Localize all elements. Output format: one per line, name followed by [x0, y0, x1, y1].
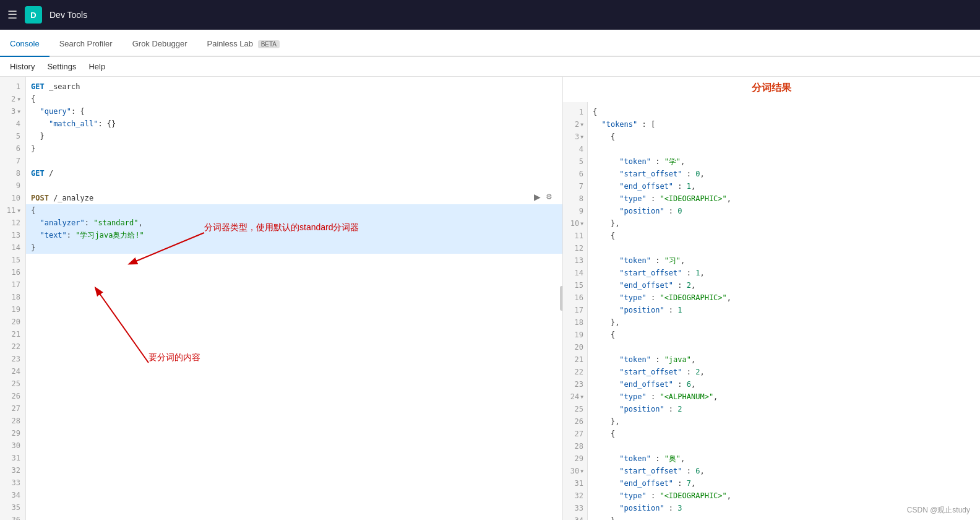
- rln-23: 23: [563, 378, 587, 391]
- rcl-23: "end_offset" : 6,: [588, 378, 980, 391]
- ln-6: 6: [0, 142, 25, 155]
- ln-29: 29: [0, 427, 25, 439]
- rln-29: 29: [563, 452, 587, 465]
- result-content[interactable]: 1 2 3 4 5 6 7 8 9 10 11 12 13 14 15 16 1: [563, 100, 980, 520]
- line-toolbar: ▶ ⚙: [534, 192, 552, 202]
- rcl-20: [588, 341, 980, 353]
- tab-search-profiler[interactable]: Search Profiler: [49, 32, 123, 57]
- rcl-13: "token" : "习",: [588, 254, 980, 267]
- tab-grok-debugger[interactable]: Grok Debugger: [123, 32, 197, 57]
- result-pane: 分词结果 1 2 3 4 5 6 7 8 9 10 11 12 13: [563, 77, 980, 520]
- code-line-32: [26, 464, 562, 477]
- code-line-10: POST /_analyze: [26, 192, 562, 204]
- ln-25: 25: [0, 378, 25, 390]
- history-link[interactable]: History: [10, 62, 35, 71]
- code-line-16: [26, 266, 562, 279]
- result-code: { "tokens" : [ { "token" : "学", "start_o…: [588, 102, 980, 520]
- rcl-16: "type" : "<IDEOGRAPHIC>",: [588, 292, 980, 304]
- tab-bar: Console Search Profiler Grok Debugger Pa…: [0, 30, 980, 57]
- code-line-13: "text": "学习java奥力给!": [26, 229, 562, 241]
- beta-badge: BETA: [258, 40, 280, 48]
- code-line-19: [26, 303, 562, 316]
- pane-divider[interactable]: ‖: [560, 286, 563, 311]
- result-line-numbers: 1 2 3 4 5 6 7 8 9 10 11 12 13 14 15 16 1: [563, 102, 588, 520]
- rln-7: 7: [563, 180, 587, 192]
- hamburger-icon[interactable]: ☰: [7, 8, 17, 22]
- rln-16: 16: [563, 292, 587, 304]
- copy-button[interactable]: ⚙: [546, 192, 552, 201]
- rln-30: 30: [563, 465, 587, 477]
- rcl-4: [588, 143, 980, 155]
- ln-19: 19: [0, 303, 25, 316]
- rcl-25: "position" : 2: [588, 403, 980, 415]
- top-bar: ☰ D Dev Tools: [0, 0, 980, 30]
- rln-6: 6: [563, 168, 587, 180]
- code-line-25: [26, 378, 562, 390]
- rcl-21: "token" : "java",: [588, 353, 980, 366]
- ln-17: 17: [0, 279, 25, 291]
- code-line-18: [26, 291, 562, 303]
- code-line-29: [26, 427, 562, 439]
- code-line-35: [26, 501, 562, 514]
- ln-7: 7: [0, 155, 25, 167]
- code-line-30: [26, 439, 562, 452]
- code-line-34: [26, 489, 562, 501]
- rcl-10: },: [588, 217, 980, 230]
- rcl-3: {: [588, 131, 980, 143]
- ln-8: 8: [0, 167, 25, 179]
- ln-4: 4: [0, 118, 25, 130]
- rln-25: 25: [563, 403, 587, 415]
- help-link[interactable]: Help: [88, 62, 105, 71]
- rcl-17: "position" : 1: [588, 304, 980, 316]
- rln-31: 31: [563, 477, 587, 490]
- ln-24: 24: [0, 365, 25, 378]
- tab-console[interactable]: Console: [0, 32, 49, 57]
- rln-1: 1: [563, 106, 587, 118]
- code-line-27: [26, 402, 562, 415]
- rln-24: 24: [563, 391, 587, 403]
- settings-link[interactable]: Settings: [47, 62, 76, 71]
- ln-32: 32: [0, 464, 25, 477]
- dev-logo: D: [25, 6, 42, 24]
- rln-10: 10: [563, 217, 587, 230]
- code-line-26: [26, 390, 562, 402]
- rln-20: 20: [563, 341, 587, 353]
- ln-12: 12: [0, 217, 25, 229]
- rcl-28: [588, 440, 980, 452]
- rln-18: 18: [563, 316, 587, 329]
- ln-18: 18: [0, 291, 25, 303]
- ln-15: 15: [0, 254, 25, 266]
- code-line-11: {: [26, 204, 562, 217]
- code-line-6: }: [26, 142, 562, 155]
- rln-17: 17: [563, 304, 587, 316]
- code-line-17: [26, 279, 562, 291]
- code-line-33: [26, 477, 562, 489]
- result-lines: 1 2 3 4 5 6 7 8 9 10 11 12 13 14 15 16 1: [563, 102, 980, 520]
- rcl-18: },: [588, 316, 980, 329]
- ln-10: 10: [0, 192, 25, 204]
- rcl-6: "start_offset" : 0,: [588, 168, 980, 180]
- rcl-9: "position" : 0: [588, 205, 980, 217]
- run-button[interactable]: ▶: [534, 192, 541, 202]
- rln-34: 34: [563, 514, 587, 520]
- editor-lines[interactable]: 1 2 3 4 5 6 7 8 9 10 11 12 13 14 15 16 1…: [0, 77, 562, 520]
- sub-bar: History Settings Help: [0, 57, 980, 77]
- rln-5: 5: [563, 155, 587, 168]
- code-line-20: [26, 316, 562, 328]
- ln-23: 23: [0, 353, 25, 365]
- code-content[interactable]: GET _search { "query": { "match_all": {}…: [26, 77, 562, 520]
- ln-5: 5: [0, 130, 25, 142]
- ln-9: 9: [0, 179, 25, 192]
- rln-33: 33: [563, 502, 587, 514]
- rln-9: 9: [563, 205, 587, 217]
- code-line-5: }: [26, 130, 562, 142]
- code-line-31: [26, 452, 562, 464]
- tab-painless-lab[interactable]: Painless Lab BETA: [197, 32, 290, 57]
- rln-2: 2: [563, 118, 587, 131]
- code-line-12: "analyzer": "standard",: [26, 217, 562, 229]
- rln-19: 19: [563, 329, 587, 341]
- rln-4: 4: [563, 143, 587, 155]
- rcl-14: "start_offset" : 1,: [588, 267, 980, 279]
- rln-21: 21: [563, 353, 587, 366]
- ln-16: 16: [0, 266, 25, 279]
